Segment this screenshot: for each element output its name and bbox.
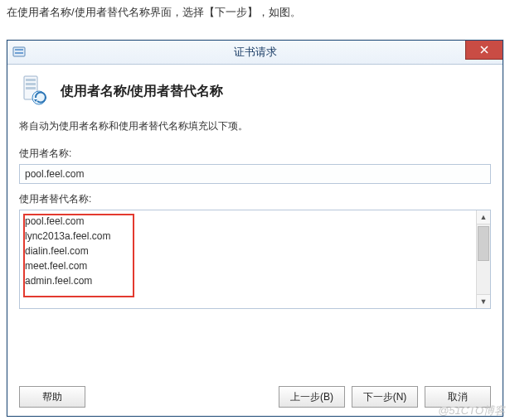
button-row: 帮助 上一步(B) 下一步(N) 取消 <box>7 386 503 408</box>
dialog-content: 使用者名称/使用者替代名称 将自动为使用者名称和使用者替代名称填充以下项。 使用… <box>7 65 503 309</box>
vertical-scrollbar[interactable]: ▲ ▼ <box>476 210 490 308</box>
svg-rect-1 <box>15 49 23 51</box>
close-button[interactable] <box>465 41 503 60</box>
dialog-heading: 使用者名称/使用者替代名称 <box>61 83 223 100</box>
wizard-icon <box>19 75 52 108</box>
dialog-window: 证书请求 使用者名称/使用者替代名称 将自动为使用者名称和使 <box>7 40 503 417</box>
scroll-down-icon[interactable]: ▼ <box>477 294 490 308</box>
list-item[interactable]: dialin.feel.com <box>25 244 472 258</box>
title-bar: 证书请求 <box>7 41 503 65</box>
subject-name-label: 使用者名称: <box>19 147 491 161</box>
scroll-up-icon[interactable]: ▲ <box>477 210 490 224</box>
list-item[interactable]: meet.feel.com <box>25 258 472 273</box>
svg-rect-2 <box>15 52 23 54</box>
svg-rect-0 <box>13 47 25 56</box>
close-icon <box>480 44 488 56</box>
dialog-description: 将自动为使用者名称和使用者替代名称填充以下项。 <box>19 119 491 133</box>
cancel-button[interactable]: 取消 <box>425 386 491 408</box>
back-button[interactable]: 上一步(B) <box>279 386 345 408</box>
list-item[interactable]: admin.feel.com <box>25 273 472 288</box>
list-item[interactable]: lync2013a.feel.com <box>25 229 472 244</box>
svg-rect-6 <box>26 87 36 89</box>
subject-name-input[interactable] <box>19 164 491 184</box>
svg-rect-4 <box>26 79 36 81</box>
next-button[interactable]: 下一步(N) <box>352 386 418 408</box>
page-caption: 在使用者名称/使用者替代名称界面，选择【下一步】，如图。 <box>0 0 510 28</box>
window-title: 证书请求 <box>7 45 503 60</box>
list-item[interactable]: pool.feel.com <box>25 214 472 229</box>
svg-rect-5 <box>26 83 36 85</box>
help-button[interactable]: 帮助 <box>19 386 85 408</box>
app-icon <box>12 46 26 59</box>
san-listbox[interactable]: pool.feel.com lync2013a.feel.com dialin.… <box>19 210 491 309</box>
san-label: 使用者替代名称: <box>19 192 491 206</box>
scroll-thumb[interactable] <box>478 226 489 261</box>
san-list-inner: pool.feel.com lync2013a.feel.com dialin.… <box>20 210 477 308</box>
dialog-header: 使用者名称/使用者替代名称 <box>19 75 491 108</box>
